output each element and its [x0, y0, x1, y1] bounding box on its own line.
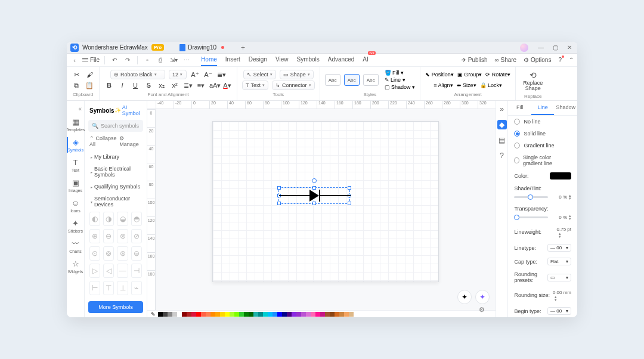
nav-images[interactable]: ▣Images	[67, 175, 84, 196]
symbol-item[interactable]: ⊙	[89, 246, 100, 261]
text-tool[interactable]: T Text▾	[242, 81, 268, 90]
shape-tool[interactable]: ▭ Shape▾	[280, 70, 314, 79]
linetype-select[interactable]: — 00▾	[547, 244, 571, 252]
symbol-item[interactable]: ◑	[103, 212, 114, 226]
document-tab[interactable]: Drawing10	[174, 43, 230, 52]
symbol-item[interactable]: ⊛	[117, 246, 128, 261]
position-menu[interactable]: ⬉ Position▾	[425, 72, 454, 78]
bullet-list-icon[interactable]: ≣▾	[183, 82, 193, 89]
begintype-select[interactable]: — 00▾	[547, 307, 571, 315]
color-swatch[interactable]	[306, 312, 311, 317]
manage-button[interactable]: ⚙ Manage	[119, 135, 142, 147]
symbol-item[interactable]: ⊣	[131, 264, 142, 278]
color-swatch[interactable]	[330, 312, 335, 317]
font-color-icon[interactable]: A▾	[222, 82, 232, 89]
expand-props-icon[interactable]: »	[497, 104, 507, 114]
user-avatar[interactable]	[520, 44, 528, 52]
resize-handle[interactable]	[348, 202, 351, 205]
line-menu[interactable]: ✎ Line ▾	[385, 77, 416, 83]
diode-shape[interactable]	[279, 190, 351, 202]
color-swatch[interactable]	[263, 312, 268, 317]
tab-insert[interactable]: Insert	[225, 54, 240, 66]
color-swatch[interactable]	[325, 312, 330, 317]
style-preset-3[interactable]: Abc	[363, 74, 379, 86]
resize-handle[interactable]	[312, 202, 316, 205]
captype-select[interactable]: Flat▾	[547, 258, 571, 265]
color-swatch[interactable]	[268, 312, 273, 317]
resize-handle[interactable]	[277, 202, 281, 205]
prop-tab-fill[interactable]: Fill	[508, 101, 531, 115]
select-tool[interactable]: ↖ Select▾	[243, 70, 276, 79]
symbol-item[interactable]: ▷	[89, 264, 100, 278]
color-swatch[interactable]	[282, 312, 287, 317]
color-swatch[interactable]	[244, 312, 249, 317]
save-button[interactable]: ▫	[143, 57, 152, 63]
radio-solid-line[interactable]: Solid line	[508, 128, 577, 140]
color-swatch[interactable]	[191, 312, 196, 317]
color-picker[interactable]	[550, 172, 571, 180]
radio-gradient-line[interactable]: Gradient line	[508, 140, 577, 151]
paste-icon[interactable]: 📋	[85, 82, 94, 89]
eyedropper-icon[interactable]: ✎	[151, 311, 156, 317]
stepper[interactable]: ▴▾	[569, 194, 571, 200]
symbol-item[interactable]: —	[117, 264, 128, 278]
color-swatch[interactable]	[182, 312, 187, 317]
tab-advanced[interactable]: Advanced	[328, 54, 354, 66]
nav-symbols[interactable]: ◈Symbols	[67, 135, 84, 155]
print-button[interactable]: ⎙	[156, 57, 165, 63]
smart-tool-icon[interactable]: ✦	[457, 290, 472, 304]
color-swatch[interactable]	[172, 312, 177, 317]
cat-qualifying[interactable]: ▸Qualifying Symbols	[85, 181, 147, 193]
symbol-item[interactable]: ⊜	[131, 246, 142, 261]
close-button[interactable]: ✕	[565, 44, 574, 52]
tab-design[interactable]: Design	[249, 54, 267, 66]
shadow-menu[interactable]: ▢ Shadow ▾	[385, 84, 416, 90]
minimize-button[interactable]: —	[537, 44, 545, 52]
prop-tab-line[interactable]: Line	[531, 101, 555, 115]
publish-button[interactable]: ✈ Publish	[462, 57, 488, 63]
symbol-item[interactable]: ◓	[131, 212, 142, 226]
color-swatch[interactable]	[206, 312, 210, 317]
color-swatch[interactable]	[339, 312, 344, 317]
subscript-icon[interactable]: x₂	[157, 82, 166, 89]
back-button[interactable]: ‹	[70, 57, 79, 64]
superscript-icon[interactable]: x²	[170, 82, 179, 89]
stepper[interactable]: ▴▾	[555, 295, 571, 301]
color-swatch[interactable]	[158, 312, 163, 317]
tab-ai[interactable]: AIhot	[363, 54, 368, 66]
font-grow-icon[interactable]: A⁺	[190, 71, 200, 79]
color-swatch[interactable]	[301, 312, 306, 317]
help-button[interactable]: ?	[558, 57, 562, 63]
symbol-item[interactable]: ⊘	[131, 229, 142, 243]
color-swatch[interactable]	[239, 312, 244, 317]
color-swatch[interactable]	[292, 312, 296, 317]
color-swatch[interactable]	[234, 312, 239, 317]
group-menu[interactable]: ▣ Group▾	[457, 72, 482, 78]
color-swatch[interactable]	[215, 312, 220, 317]
color-swatch[interactable]	[335, 312, 339, 317]
radio-no-line[interactable]: No line	[508, 116, 577, 128]
color-swatch[interactable]	[253, 312, 258, 317]
undo-button[interactable]: ↶	[110, 57, 119, 63]
symbol-item[interactable]: ⊢	[89, 281, 100, 295]
canvas-background[interactable]: ✦ ✦	[156, 109, 496, 310]
color-swatch[interactable]	[168, 312, 172, 317]
tab-symbols-top[interactable]: Symbols	[296, 54, 319, 66]
color-swatch[interactable]	[177, 312, 182, 317]
symbols-search[interactable]: 🔍 Search symbols	[88, 120, 143, 132]
replace-shape-button[interactable]: ⟲ Replace Shape	[521, 69, 545, 92]
selection-box[interactable]	[278, 187, 350, 204]
nav-templates[interactable]: ▦Templates	[67, 114, 84, 135]
color-swatch[interactable]	[315, 312, 320, 317]
rotate-handle[interactable]	[312, 178, 317, 183]
shape-props-icon[interactable]: ◆	[497, 120, 507, 129]
prop-tab-shadow[interactable]: Shadow	[554, 101, 577, 115]
color-swatch[interactable]	[287, 312, 292, 317]
symbol-item[interactable]: ◐	[89, 212, 100, 226]
color-swatch[interactable]	[349, 312, 354, 317]
tab-view[interactable]: View	[275, 54, 289, 66]
color-swatch[interactable]	[320, 312, 325, 317]
drawing-page[interactable]	[212, 121, 439, 282]
symbol-item[interactable]: ⊕	[89, 229, 100, 243]
new-tab-button[interactable]: +	[241, 44, 245, 52]
